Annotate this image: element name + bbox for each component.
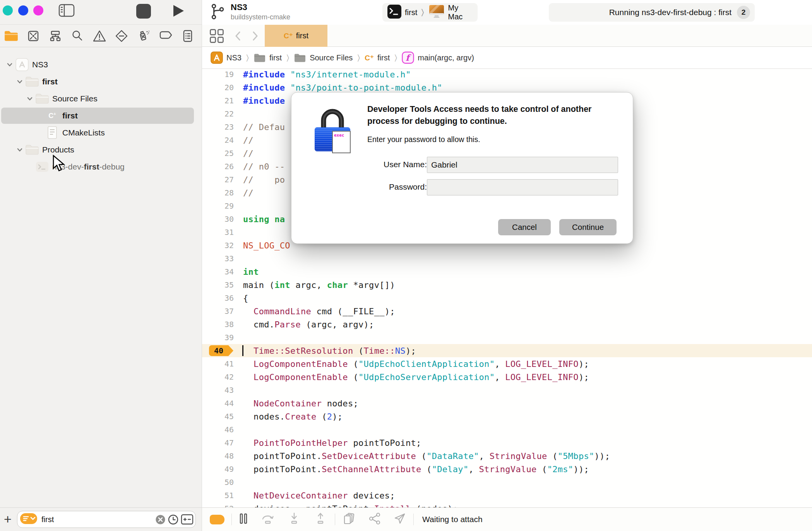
username-field[interactable]: Gabriel — [427, 157, 618, 173]
scheme-device[interactable]: My Mac — [448, 3, 473, 21]
issues-navigator-icon[interactable] — [88, 27, 110, 45]
line-number[interactable]: 39 — [202, 333, 234, 342]
line-number[interactable]: 46 — [202, 425, 234, 434]
breadcrumb-item-first[interactable]: first — [254, 52, 282, 63]
disclosure-chevron-icon[interactable] — [25, 95, 35, 102]
continue-button[interactable]: Continue — [559, 219, 617, 235]
code-line-52[interactable]: 52 devices = pointToPoint.Install (nodes… — [202, 502, 812, 507]
window-zoom-button[interactable] — [33, 5, 43, 15]
line-number[interactable]: 32 — [202, 241, 234, 250]
symbols-navigator-icon[interactable] — [44, 27, 66, 45]
code-line-42[interactable]: 42 LogComponentEnable ("UdpEchoServerApp… — [202, 370, 812, 384]
breakpoints-navigator-icon[interactable] — [154, 27, 176, 45]
line-number[interactable]: 34 — [202, 267, 234, 276]
code-line-43[interactable]: 43 — [202, 384, 812, 397]
line-number[interactable]: 52 — [202, 504, 234, 507]
sidebar-toggle-icon[interactable] — [58, 3, 75, 19]
current-line-badge[interactable]: 40 — [209, 345, 228, 356]
code-line-40[interactable]: 40 Time::SetResolution (Time::NS); — [202, 344, 812, 357]
location-arrow-icon[interactable] — [393, 512, 406, 527]
line-number[interactable]: 37 — [202, 307, 234, 316]
code-line-50[interactable]: 50 — [202, 476, 812, 489]
line-number[interactable]: 30 — [202, 214, 234, 224]
line-number[interactable]: 31 — [202, 228, 234, 237]
cancel-button[interactable]: Cancel — [498, 219, 551, 235]
disclosure-chevron-icon[interactable] — [5, 61, 15, 68]
breadcrumb-item-main-argc-argv-[interactable]: fmain(argc, argv) — [402, 51, 474, 64]
breakpoints-toggle-icon[interactable] — [210, 515, 224, 524]
line-number[interactable]: 47 — [202, 438, 234, 447]
back-chevron-icon[interactable] — [233, 29, 243, 44]
line-number[interactable]: 50 — [202, 478, 234, 487]
sidebar-item-ns3-dev-first-debug[interactable]: ns3-dev-first-debug — [0, 158, 202, 175]
add-button[interactable]: + — [4, 512, 12, 527]
changes-navigator-icon[interactable] — [22, 27, 44, 45]
line-number[interactable]: 29 — [202, 201, 234, 211]
step-into-icon[interactable] — [287, 512, 302, 527]
run-button[interactable] — [170, 2, 187, 21]
line-number[interactable]: 38 — [202, 320, 234, 329]
code-line-44[interactable]: 44 NodeContainer nodes; — [202, 397, 812, 410]
line-number[interactable]: 49 — [202, 464, 234, 474]
pause-icon[interactable] — [239, 513, 248, 526]
line-number[interactable]: 33 — [202, 254, 234, 263]
code-line-45[interactable]: 45 nodes.Create (2); — [202, 410, 812, 423]
line-number[interactable]: 26 — [202, 162, 234, 171]
sidebar-item-first[interactable]: C+first — [0, 107, 202, 124]
code-line-41[interactable]: 41 LogComponentEnable ("UdpEchoClientApp… — [202, 357, 812, 370]
window-minimize-button[interactable] — [18, 5, 28, 15]
debug-navigator-icon[interactable] — [132, 27, 154, 45]
stack-frames-icon[interactable] — [342, 512, 357, 527]
code-line-19[interactable]: 19#include "ns3/internet-module.h" — [202, 69, 812, 81]
line-number[interactable]: 27 — [202, 175, 234, 184]
tab-first[interactable]: C⁺ first — [265, 25, 327, 47]
breadcrumb-item-ns3[interactable]: NS3 — [211, 51, 242, 64]
filter-icon[interactable] — [20, 512, 38, 526]
step-out-icon[interactable] — [313, 512, 328, 527]
line-number[interactable]: 41 — [202, 359, 234, 368]
code-line-37[interactable]: 37 CommandLine cmd (__FILE__); — [202, 305, 812, 318]
scheme-target[interactable]: first — [405, 8, 417, 17]
line-number[interactable]: 51 — [202, 491, 234, 500]
code-line-36[interactable]: 36{ — [202, 291, 812, 305]
debug-graph-icon[interactable] — [368, 512, 382, 527]
code-line-51[interactable]: 51 NetDeviceContainer devices; — [202, 489, 812, 502]
filter-field[interactable]: first — [17, 511, 196, 528]
disclosure-chevron-icon[interactable] — [15, 78, 25, 85]
code-line-39[interactable]: 39 — [202, 331, 812, 344]
tests-navigator-icon[interactable] — [110, 27, 132, 45]
line-number[interactable]: 23 — [202, 122, 234, 132]
line-number[interactable]: 35 — [202, 280, 234, 289]
code-line-47[interactable]: 47 PointToPointHelper pointToPoint; — [202, 436, 812, 449]
code-line-34[interactable]: 34int — [202, 265, 812, 278]
find-navigator-icon[interactable] — [66, 27, 88, 45]
activity-status-badge[interactable]: 2 — [737, 6, 750, 19]
line-number[interactable]: 24 — [202, 135, 234, 145]
tab-overview-icon[interactable] — [208, 28, 225, 46]
flags-filter-icon[interactable] — [181, 514, 194, 525]
password-field[interactable] — [427, 179, 618, 195]
sidebar-item-cmakelists[interactable]: CMakeLists — [0, 124, 202, 141]
code-line-33[interactable]: 33 — [202, 252, 812, 265]
line-number[interactable]: 20 — [202, 83, 234, 92]
code-line-38[interactable]: 38 cmd.Parse (argc, argv); — [202, 318, 812, 331]
stop-button[interactable] — [136, 4, 151, 19]
code-line-49[interactable]: 49 pointToPoint.SetChannelAttribute ("De… — [202, 462, 812, 476]
line-number[interactable]: 19 — [202, 70, 234, 79]
sidebar-item-ns3[interactable]: NS3 — [0, 56, 202, 73]
code-line-46[interactable]: 46 — [202, 423, 812, 436]
breadcrumb-item-source-files[interactable]: Source Files — [294, 52, 353, 63]
line-number[interactable]: 44 — [202, 399, 234, 408]
disclosure-chevron-icon[interactable] — [15, 146, 25, 153]
clear-filter-icon[interactable] — [155, 514, 166, 525]
line-number[interactable]: 25 — [202, 149, 234, 158]
line-number[interactable]: 21 — [202, 96, 234, 105]
recents-clock-icon[interactable] — [168, 514, 179, 525]
window-close-button[interactable] — [3, 5, 13, 15]
line-number[interactable]: 28 — [202, 188, 234, 197]
code-line-35[interactable]: 35main (int argc, char *argv[]) — [202, 278, 812, 291]
forward-chevron-icon[interactable] — [250, 29, 260, 44]
reports-navigator-icon[interactable] — [176, 27, 199, 45]
line-number[interactable]: 48 — [202, 451, 234, 461]
sidebar-item-first[interactable]: first — [0, 73, 202, 90]
